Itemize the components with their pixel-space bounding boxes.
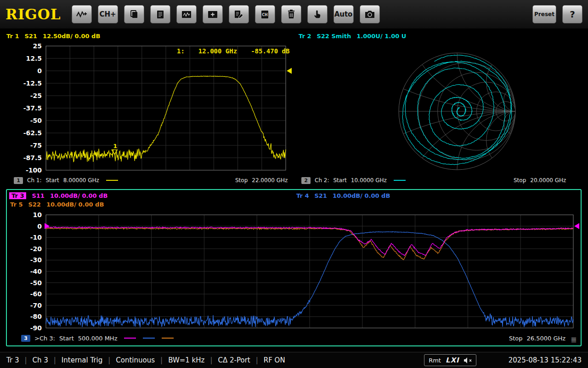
add-channel-button[interactable]: CH+ xyxy=(98,5,118,23)
copy-channel-button[interactable] xyxy=(124,5,144,23)
help-button[interactable]: ? xyxy=(562,5,582,23)
trace1-header[interactable]: Tr 1 S21 12.50dB/ 0.00 dB xyxy=(6,33,100,40)
marker-number: 1 xyxy=(113,143,117,150)
add-channel-icon: CH+ xyxy=(99,10,116,18)
y-axis-tick-label: -100 xyxy=(26,167,42,174)
y-axis-tick-label: -12.5 xyxy=(23,80,42,87)
trace1-meas: S21 xyxy=(24,33,37,40)
trace3-label-chip[interactable]: Tr 3 xyxy=(9,192,26,199)
svg-text:CH: CH xyxy=(262,12,268,17)
trace5-header[interactable]: Tr 5 S22 10.00dB/ 0.00 dB xyxy=(10,201,104,208)
ch3-start-value: 500.000 MHz xyxy=(78,335,118,342)
status-if-bandwidth[interactable]: BW=1 kHz xyxy=(155,356,204,364)
ch2-label: Ch 2: xyxy=(315,177,329,184)
mute-speaker-icon[interactable] xyxy=(464,357,472,363)
delete-button[interactable] xyxy=(281,5,301,23)
list-icon xyxy=(156,10,165,19)
preset-label: Preset xyxy=(534,11,554,17)
datetime: 2025-08-13 15:22:43 xyxy=(509,356,582,364)
status-bar: Tr 3 Ch 3 Internal Trig Continuous BW=1 … xyxy=(0,352,588,368)
trace2-header[interactable]: Tr 2 S22 Smith 1.000U/ 1.00 U xyxy=(299,33,406,40)
trace-window-button[interactable] xyxy=(176,5,197,23)
trace3-swatch xyxy=(124,338,136,339)
ch2-start-label: Start xyxy=(333,177,346,184)
trash-icon xyxy=(287,9,296,19)
trace2-scale: 1.000U/ 1.00 U xyxy=(356,33,406,40)
window3-badge[interactable]: 3 xyxy=(21,335,30,342)
window-menu-icon[interactable]: ≣ xyxy=(571,335,577,344)
ch1-start-value: 8.00000 GHz xyxy=(63,177,99,184)
channel-page-icon: CH xyxy=(260,10,270,19)
y-axis-tick-label: -50 xyxy=(30,279,42,287)
trace2-swatch xyxy=(394,180,406,181)
status-active-trace[interactable]: Tr 3 xyxy=(6,356,19,364)
y-axis-tick-label: -70 xyxy=(30,302,42,309)
ch1-stop-value: 22.0000 GHz xyxy=(252,177,288,184)
autoscale-button[interactable]: Auto xyxy=(334,5,354,23)
add-trace-icon xyxy=(76,10,87,19)
trace4-swatch xyxy=(143,338,155,339)
trace-s22-smith xyxy=(402,55,512,165)
ch3-start-label: Start xyxy=(59,335,74,342)
trace4-scale: 10.00dB/ 0.00 dB xyxy=(333,192,390,199)
window1-badge[interactable]: 1 xyxy=(14,177,23,184)
y-axis-tick-label: 12.5 xyxy=(26,55,42,62)
channel-window-icon xyxy=(208,10,218,19)
screenshot-button[interactable] xyxy=(360,5,380,23)
y-axis-tick-label: -75 xyxy=(30,142,42,149)
window2-badge[interactable]: 2 xyxy=(301,177,311,184)
toolbar: RIGOL CH+ xyxy=(0,0,588,29)
ch2-stop-label: Stop xyxy=(514,177,526,184)
y-axis-tick-label: -20 xyxy=(30,245,42,253)
edit-setup-button[interactable] xyxy=(229,5,249,23)
reference-level-marker xyxy=(287,68,292,74)
channel-window-button[interactable] xyxy=(203,5,223,23)
remote-indicator-box: Rmt LXI xyxy=(424,354,476,366)
ch2-stop-value: 20.0000 GHz xyxy=(530,177,566,184)
touch-button[interactable] xyxy=(307,5,328,23)
y-axis-tick-label: -60 xyxy=(30,290,42,298)
trace4-meas: S21 xyxy=(314,192,327,199)
trace1-scale: 12.50dB/ 0.00 dB xyxy=(43,33,100,40)
marker-readout: 1: 12.000 GHz -85.470 dB xyxy=(177,47,289,55)
trace5-meas: S22 xyxy=(28,201,40,208)
add-trace-button[interactable] xyxy=(72,5,92,23)
ch3-label: >Ch 3: xyxy=(34,335,55,342)
ch2-start-value: 10.0000 GHz xyxy=(351,177,387,184)
y-axis-tick-label: 10 xyxy=(33,211,42,218)
channel2-footer: 2 Ch 2: Start 10.0000 GHz xyxy=(301,177,410,184)
y-axis-tick-label: 0 xyxy=(37,223,42,230)
status-active-channel[interactable]: Ch 3 xyxy=(19,356,48,364)
y-axis-tick-label: -50 xyxy=(30,117,42,124)
marker-value: -85.470 dB xyxy=(251,47,289,55)
y-axis-tick-label: 0 xyxy=(37,67,42,75)
y-axis-tick-label: -80 xyxy=(30,313,42,320)
trace4-header[interactable]: Tr 4 S21 10.00dB/ 0.00 dB xyxy=(296,192,390,199)
y-axis-tick-label: -37.5 xyxy=(23,104,42,112)
status-rf-state[interactable]: RF ON xyxy=(250,356,285,364)
status-trigger[interactable]: Internal Trig xyxy=(48,356,102,364)
trace3-header[interactable]: Tr 3 S11 10.00dB/ 0.00 dB xyxy=(9,192,107,199)
channel-page-button[interactable]: CH xyxy=(255,5,275,23)
y-axis-tick-label: -30 xyxy=(30,256,42,264)
y-axis-tick-label: -90 xyxy=(30,324,42,332)
channel3-stop: Stop 26.5000 GHz xyxy=(509,334,570,342)
channel1-footer: 1 Ch 1: Start 8.00000 GHz xyxy=(14,177,122,184)
preset-button[interactable]: Preset xyxy=(532,5,556,23)
status-calibration[interactable]: CΔ 2-Port xyxy=(204,356,250,364)
rigol-logo: RIGOL xyxy=(6,6,61,23)
trace2-meas: S22 Smith xyxy=(317,33,351,40)
measure-list-button[interactable] xyxy=(150,5,170,23)
trace1-swatch xyxy=(106,180,118,181)
trace5-label: Tr 5 xyxy=(10,201,23,208)
channel3-footer: 3 >Ch 3: Start 500.000 MHz xyxy=(21,334,178,342)
y-axis-tick-label: -87.5 xyxy=(23,154,42,161)
ch1-label: Ch 1: xyxy=(27,177,41,184)
trace3-scale: 10.00dB/ 0.00 dB xyxy=(50,192,107,199)
y-axis-tick-label: -40 xyxy=(30,268,42,275)
trace-window-icon xyxy=(181,10,192,19)
smith-grid xyxy=(224,0,588,368)
y-axis-tick-label: 25 xyxy=(33,42,42,50)
channel2-stop: Stop 20.0000 GHz xyxy=(514,177,570,184)
status-sweep-mode[interactable]: Continuous xyxy=(102,356,155,364)
